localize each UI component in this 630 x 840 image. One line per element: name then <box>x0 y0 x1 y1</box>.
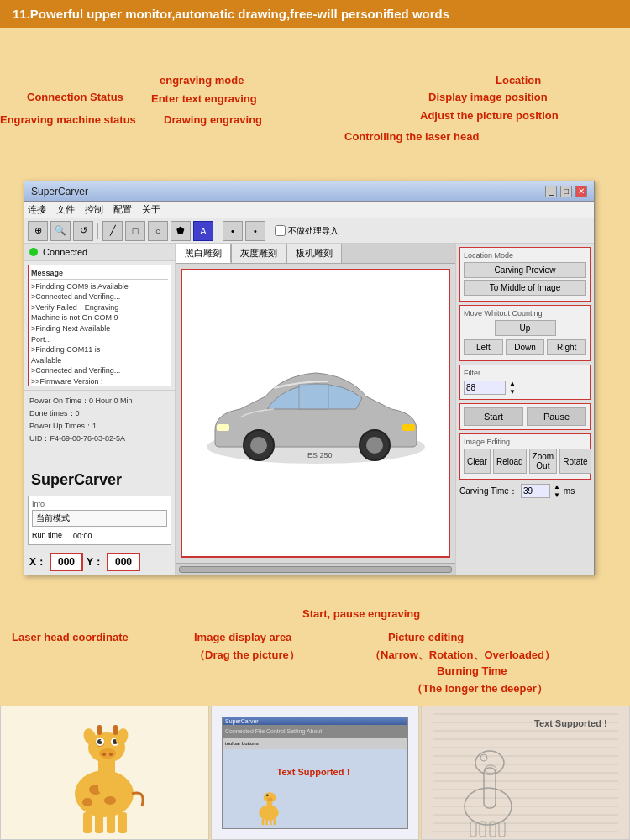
toolbar-btn-3[interactable]: ╱ <box>102 221 123 241</box>
x-value: 000 <box>50 553 83 571</box>
msg-line-10: >>Firmware Version : <box>31 376 168 386</box>
filter-down-arrow[interactable]: ▼ <box>509 388 516 396</box>
svg-rect-39 <box>274 819 276 825</box>
label-longer-deeper: （The longer the deeper） <box>412 681 548 696</box>
toolbar: ⊕ 🔍 ↺ ╱ □ ○ ⬟ A • • 不做处理导入 <box>24 218 594 244</box>
svg-rect-25 <box>97 725 102 735</box>
reload-button[interactable]: Reload <box>493 449 527 474</box>
svg-point-22 <box>109 753 113 756</box>
label-display-image-position: Display image position <box>428 91 548 103</box>
tab-trigger[interactable]: 板机雕刻 <box>286 244 342 263</box>
rotate-button[interactable]: Rotate <box>559 449 591 474</box>
label-start-pause-engraving: Start, pause engraving <box>302 607 420 620</box>
label-picture-editing: Picture editing <box>388 631 464 643</box>
toolbar-btn-7[interactable]: A <box>193 221 213 241</box>
carving-time-row: Carving Time： ▲ ▼ ms <box>459 483 591 499</box>
carving-time-label: Carving Time： <box>459 486 517 497</box>
msg-line-3: Machine is not On COM 9 <box>31 312 168 323</box>
svg-text:Text Supported !: Text Supported ! <box>534 718 607 728</box>
msg-line-2: >Verify Failed！Engraving <box>31 302 168 313</box>
fabric-svg: Text Supported ! <box>433 706 618 840</box>
filter-up-arrow[interactable]: ▲ <box>509 380 516 387</box>
svg-rect-26 <box>113 725 118 735</box>
x-label: X： <box>29 555 46 570</box>
toolbar-btn-4[interactable]: □ <box>125 221 145 241</box>
svg-point-20 <box>99 748 116 759</box>
menu-control[interactable]: 控制 <box>85 203 103 216</box>
run-time-label: Run time： <box>32 530 70 541</box>
menu-about[interactable]: 关于 <box>142 203 160 216</box>
tab-gray[interactable]: 灰度雕刻 <box>231 244 286 263</box>
to-middle-button[interactable]: To Middle of Image <box>464 280 586 296</box>
brand-name: SuperCarver <box>24 468 175 492</box>
horizontal-scrollbar[interactable] <box>179 566 452 573</box>
toolbar-btn-2[interactable]: ↺ <box>73 221 93 241</box>
title-bar: SuperCarver _ □ ✕ <box>24 181 594 202</box>
move-down-button[interactable]: Down <box>506 339 545 355</box>
toolbar-btn-5[interactable]: ○ <box>148 221 168 241</box>
toolbar-btn-8[interactable]: • <box>223 221 243 241</box>
image-editing-title: Image Editing <box>464 438 586 446</box>
label-enter-text-engraving: Enter text engraving <box>151 92 257 105</box>
zoom-out-button[interactable]: Zoom Out <box>529 449 558 474</box>
toolbar-btn-9[interactable]: • <box>245 221 265 241</box>
info-box-label: Info <box>32 500 167 508</box>
filter-row: ▲ ▼ <box>464 380 586 396</box>
menu-file[interactable]: 文件 <box>56 203 75 216</box>
label-burning-time: Burning Time <box>437 664 507 677</box>
mode-label: 当前模式 <box>32 510 167 527</box>
move-section: Move Whitout Counting Up Left Down Right <box>459 305 591 361</box>
time-down-arrow[interactable]: ▼ <box>554 491 560 499</box>
start-button[interactable]: Start <box>464 407 523 426</box>
label-engraving-machine-status: Engraving machine status <box>0 113 136 126</box>
move-left-button[interactable]: Left <box>464 339 503 355</box>
uid: UID：F4-69-00-76-03-82-5A <box>29 433 170 444</box>
svg-point-11 <box>82 798 92 806</box>
toolbar-btn-0[interactable]: ⊕ <box>28 221 48 241</box>
msg-line-5: Port... <box>31 334 168 345</box>
svg-point-35 <box>267 797 273 801</box>
menu-config[interactable]: 配置 <box>113 203 132 216</box>
label-controlling-laser: Controlling the laser head <box>344 130 479 143</box>
carving-preview-button[interactable]: Carving Preview <box>464 262 586 278</box>
minimize-button[interactable]: _ <box>545 186 557 197</box>
svg-point-34 <box>266 794 269 796</box>
location-mode-section: Location Mode Carving Preview To Middle … <box>459 247 591 302</box>
carving-time-input[interactable] <box>521 484 550 498</box>
svg-rect-37 <box>265 819 268 825</box>
svg-point-2 <box>250 437 267 454</box>
image-display-area[interactable]: ES 250 <box>181 269 450 558</box>
window-title: SuperCarver <box>31 186 88 197</box>
move-right-button[interactable]: Right <box>547 339 586 355</box>
msg-line-4: >Finding Next Available <box>31 323 168 334</box>
toolbar-separator-1 <box>97 223 98 239</box>
location-mode-title: Location Mode <box>464 251 586 260</box>
msg-line-9: >Connected and Verifing... <box>31 365 168 376</box>
message-box: Message >Findding COM9 is Available >Con… <box>28 265 171 386</box>
screenshot-inner: SuperCarver Connected File Control Setti… <box>222 717 408 829</box>
screenshot-text-supported: Text Supported！ <box>223 766 407 779</box>
tab-bw[interactable]: 黑白雕刻 <box>176 244 231 263</box>
toolbar-btn-6[interactable]: ⬟ <box>171 221 191 241</box>
pause-button[interactable]: Pause <box>527 407 586 426</box>
svg-text:ES 250: ES 250 <box>307 451 333 459</box>
menu-connect[interactable]: 连接 <box>28 203 46 216</box>
tab-bar: 黑白雕刻 灰度雕刻 板机雕刻 <box>176 244 455 264</box>
svg-point-21 <box>102 753 106 756</box>
filter-input[interactable] <box>464 381 506 395</box>
time-up-arrow[interactable]: ▲ <box>554 483 560 491</box>
toolbar-btn-1[interactable]: 🔍 <box>50 221 71 241</box>
clear-button[interactable]: Clear <box>464 449 491 474</box>
move-up-button[interactable]: Up <box>495 320 556 336</box>
screenshot-image: SuperCarver Connected File Control Setti… <box>211 706 420 840</box>
move-title: Move Whitout Counting <box>464 309 586 318</box>
maximize-button[interactable]: □ <box>560 186 572 197</box>
close-button[interactable]: ✕ <box>575 186 587 197</box>
y-value: 000 <box>107 553 140 571</box>
msg-line-8: Available <box>31 355 168 366</box>
start-pause-row: Start Pause <box>464 407 586 426</box>
software-window: SuperCarver _ □ ✕ 连接 文件 控制 配置 关于 ⊕ 🔍 ↺ ╱… <box>24 181 595 575</box>
msg-line-7: >Findding COM11 is <box>31 344 168 355</box>
info-box: Info 当前模式 Run time： 00:00 <box>28 496 171 545</box>
no-process-checkbox[interactable] <box>275 225 286 236</box>
